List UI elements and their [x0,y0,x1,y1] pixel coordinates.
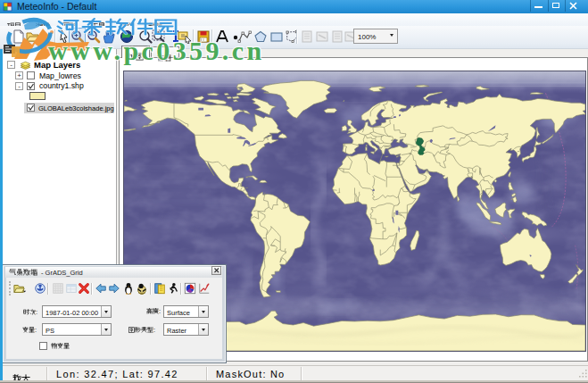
svg-text:www.pc0359.cn: www.pc0359.cn [48,39,265,65]
